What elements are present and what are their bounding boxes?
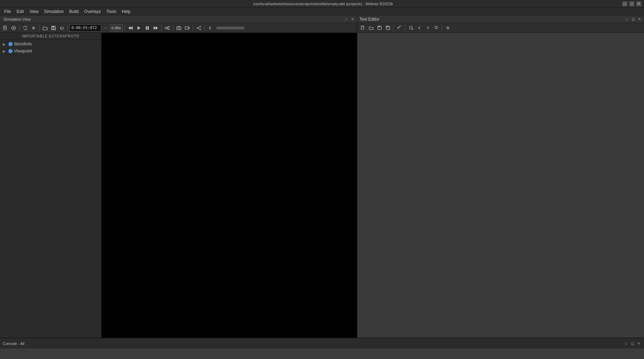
window-controls[interactable]: — □ ✕ xyxy=(622,1,641,6)
tree-dot-worldinfo xyxy=(8,42,13,46)
share-button[interactable] xyxy=(195,24,203,32)
console-close-button[interactable]: ✕ xyxy=(636,341,641,346)
sim-float-button[interactable]: □ xyxy=(344,17,349,22)
viewpoint-button[interactable] xyxy=(30,24,37,32)
svg-marker-24 xyxy=(188,27,189,29)
maximize-button[interactable]: □ xyxy=(629,1,634,6)
speed-display: 0.99x xyxy=(110,24,123,31)
svg-line-28 xyxy=(198,27,200,27)
back-button[interactable] xyxy=(206,24,214,32)
te-save-as-button[interactable]: + xyxy=(384,24,392,32)
new-world-button[interactable] xyxy=(1,24,9,32)
te-open-button[interactable] xyxy=(367,24,375,32)
text-editor-content-area xyxy=(357,33,644,338)
toolbar-sep-3 xyxy=(68,25,68,31)
te-search-button[interactable] xyxy=(407,24,415,32)
scene-tree-header: IMPORTABLE EXTERNPROTO xyxy=(0,33,101,40)
time-display: 0:00:55:072 xyxy=(70,24,101,31)
te-sep-1 xyxy=(393,25,394,31)
save-world-button[interactable] xyxy=(50,24,57,32)
text-editor-header-controls[interactable]: □ ◱ ✕ xyxy=(624,17,642,22)
close-button[interactable]: ✕ xyxy=(636,1,641,6)
toolbar-sep-6 xyxy=(173,25,173,31)
toolbars-row: 0:00:55:072 — 0.99x xyxy=(0,23,644,33)
menu-file[interactable]: File xyxy=(1,8,14,15)
svg-rect-10 xyxy=(52,26,54,27)
open-world-button[interactable] xyxy=(41,24,49,32)
te-replace-button[interactable] xyxy=(432,24,440,32)
restore-button[interactable] xyxy=(58,24,66,32)
svg-marker-13 xyxy=(131,26,133,30)
text-editor-title: Text Editor xyxy=(359,17,379,22)
video-button[interactable] xyxy=(183,24,191,32)
svg-point-26 xyxy=(200,29,201,30)
console-float-button[interactable]: □ xyxy=(624,341,629,346)
menu-overlays[interactable]: Overlays xyxy=(82,8,104,15)
sim-toolbar: 0:00:55:072 — 0.99x xyxy=(0,23,357,33)
toolbar-sep-8 xyxy=(204,25,205,31)
te-save-button[interactable] xyxy=(376,24,383,32)
fast-forward-button[interactable] xyxy=(152,24,160,32)
text-editor-undock-button[interactable]: ◱ xyxy=(631,17,636,22)
menu-simulation[interactable]: Simulation xyxy=(41,8,66,15)
tree-item-worldinfo[interactable]: ▶ WorldInfo xyxy=(0,41,101,48)
sim-view-header-controls[interactable]: □ ✕ xyxy=(344,17,355,22)
menu-edit[interactable]: Edit xyxy=(14,8,27,15)
menu-bar: File Edit View Simulation Build Overlays… xyxy=(0,8,644,15)
menu-build[interactable]: Build xyxy=(66,8,82,15)
3d-viewport[interactable] xyxy=(102,33,357,338)
svg-marker-17 xyxy=(154,26,156,30)
text-editor-float-button[interactable]: □ xyxy=(624,17,629,22)
console-title: Console - All xyxy=(3,342,24,346)
record-button[interactable] xyxy=(163,24,171,32)
te-search-next-button[interactable] xyxy=(424,24,432,32)
reload-button[interactable] xyxy=(21,24,29,32)
console-panel: Console - All □ ◱ ✕ xyxy=(0,338,644,349)
simulation-panel: Simulation View □ ✕ Text Editor □ ◱ ✕ xyxy=(0,15,644,338)
te-new-button[interactable] xyxy=(359,24,366,32)
svg-point-36 xyxy=(410,26,412,29)
sim-content: IMPORTABLE EXTERNPROTO ▶ WorldInfo ▶ Vie… xyxy=(0,33,644,338)
console-undock-button[interactable]: ◱ xyxy=(630,341,635,346)
te-sep-2 xyxy=(405,25,405,31)
sim-close-button[interactable]: ✕ xyxy=(350,17,355,22)
time-sep: — xyxy=(103,26,107,30)
text-editor-content[interactable] xyxy=(357,33,644,338)
tree-dot-viewpoint xyxy=(8,49,13,53)
svg-text:+: + xyxy=(388,28,390,30)
svg-point-25 xyxy=(200,26,201,27)
svg-point-27 xyxy=(197,27,198,28)
tree-arrow-worldinfo: ▶ xyxy=(3,42,7,46)
tree-arrow-viewpoint: ▶ xyxy=(3,49,7,53)
svg-point-38 xyxy=(447,27,448,29)
text-editor-header: Text Editor □ ◱ ✕ xyxy=(357,15,644,23)
menu-view[interactable]: View xyxy=(27,8,41,15)
screenshot-button[interactable] xyxy=(175,24,183,32)
te-undo-button[interactable] xyxy=(396,24,403,32)
menu-help[interactable]: Help xyxy=(119,8,133,15)
pause-button[interactable] xyxy=(144,24,151,32)
play-button[interactable] xyxy=(135,24,143,32)
rewind-button[interactable] xyxy=(127,24,134,32)
text-editor-close-button[interactable]: ✕ xyxy=(637,17,642,22)
tree-label-viewpoint: Viewpoint xyxy=(14,49,32,54)
svg-rect-34 xyxy=(387,26,388,27)
main-container: Simulation View □ ✕ Text Editor □ ◱ ✕ xyxy=(0,15,644,349)
title-bar: /usr/local/webots/resources/projects/wor… xyxy=(0,0,644,8)
svg-point-19 xyxy=(165,27,167,29)
toolbar-sep-2 xyxy=(39,25,40,31)
toolbar-sep-5 xyxy=(161,25,162,31)
te-settings-button[interactable] xyxy=(444,24,451,32)
window-title: /usr/local/webots/resources/projects/wor… xyxy=(24,2,622,6)
console-controls[interactable]: □ ◱ ✕ xyxy=(624,341,641,346)
te-search-prev-button[interactable] xyxy=(415,24,423,32)
toolbar-sep-7 xyxy=(193,25,193,31)
svg-rect-20 xyxy=(177,27,181,30)
simulation-view-title: Simulation View xyxy=(2,17,31,21)
svg-rect-22 xyxy=(178,26,180,27)
add-node-button[interactable] xyxy=(10,24,18,32)
text-editor-toolbar: + xyxy=(357,23,644,33)
menu-tools[interactable]: Tools xyxy=(104,8,119,15)
tree-item-viewpoint[interactable]: ▶ Viewpoint xyxy=(0,48,101,55)
minimize-button[interactable]: — xyxy=(622,1,627,6)
